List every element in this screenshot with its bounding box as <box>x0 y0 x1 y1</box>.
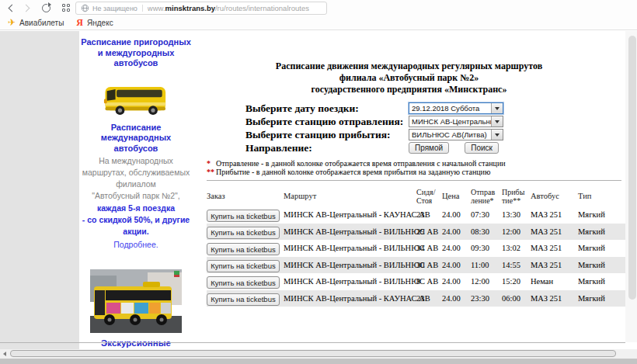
type-cell: Мягкий <box>578 261 609 269</box>
reload-icon <box>42 4 50 12</box>
security-label: Не защищено <box>92 5 137 12</box>
page-content: Расписание пригородных и междугородных а… <box>0 31 637 349</box>
bottom-bar <box>0 359 637 364</box>
arrive-cell: 13:30 <box>502 210 528 219</box>
forward-button[interactable] <box>19 1 33 15</box>
departure-select[interactable]: МИНСК АВ-Центральный <box>409 116 503 127</box>
buy-button[interactable]: Купить на ticketbus <box>207 243 280 255</box>
browser-toolbar: Не защищено www.minsktrans.by/ru/routes/… <box>0 0 637 16</box>
chevron-down-icon <box>491 130 503 140</box>
horizontal-scrollbar-thumb[interactable] <box>10 350 616 357</box>
horizontal-scrollbar[interactable] <box>0 349 637 359</box>
arrival-select[interactable]: ВИЛЬНЮС АВ(Литва) <box>409 129 503 140</box>
depart-cell: 11:00 <box>471 261 500 269</box>
buy-button[interactable]: Купить на ticketbus <box>207 293 280 306</box>
direction-row: Направление: Прямой Поиск <box>245 141 503 154</box>
sidebar: Расписание пригородных и междугородных а… <box>79 31 193 342</box>
price-cell: 24.00 <box>442 294 468 303</box>
url-path: /ru/routes/internationalroutes <box>215 4 309 12</box>
price-cell: 24.00 <box>442 261 468 269</box>
depart-cell: 08:30 <box>471 227 500 236</box>
route-cell: МИНСК АВ-Центральный - ВИЛЬНЮС АВ <box>284 227 414 236</box>
left-margin <box>0 31 79 349</box>
vertical-scrollbar[interactable] <box>625 31 637 342</box>
bus-photo-image <box>90 269 182 333</box>
route-cell: МИНСК АВ-Центральный - КАУНАС АВ <box>284 294 414 303</box>
search-button[interactable]: Поиск <box>465 142 499 154</box>
type-cell: Мягкий <box>578 277 609 286</box>
bus-cell: МАЗ 251 <box>531 294 576 303</box>
table-row: Купить на ticketbus МИНСК АВ-Центральный… <box>207 206 625 224</box>
address-bar[interactable]: Не защищено www.minsktrans.by/ru/routes/… <box>75 2 327 15</box>
main-content: Расписание движения международных регуля… <box>193 31 625 307</box>
type-cell: Мягкий <box>578 294 609 303</box>
date-select-value: 29.12.2018 Суббота <box>409 104 491 113</box>
route-cell: МИНСК АВ-Центральный - ВИЛЬНЮС АВ <box>284 261 414 269</box>
tiles-icon <box>62 4 70 12</box>
table-row: Купить на ticketbus МИНСК АВ-Центральный… <box>207 290 625 307</box>
bus-cell: МАЗ 251 <box>531 244 576 252</box>
forward-icon <box>22 4 30 12</box>
table-row: Купить на ticketbus МИНСК АВ-Центральный… <box>207 224 625 241</box>
direct-button[interactable]: Прямой <box>409 142 449 154</box>
chevron-down-icon <box>491 116 503 127</box>
footnote-departure: *Отправление - в данной колонке отобража… <box>207 159 625 168</box>
sidebar-link-international[interactable]: Расписание международных автобусов <box>79 123 193 154</box>
reload-button[interactable] <box>39 1 53 15</box>
tabs-grid-button[interactable] <box>59 1 73 15</box>
url-prefix: www. <box>148 4 165 12</box>
table-row: Купить на ticketbus МИНСК АВ-Центральный… <box>207 240 625 257</box>
chevron-down-icon <box>491 103 503 113</box>
search-form: Выберите дату поездки: 29.12.2018 Суббот… <box>245 102 503 154</box>
buy-button[interactable]: Купить на ticketbus <box>207 210 280 222</box>
sidebar-link-excursion[interactable]: Экскурсионные автобусы <box>79 338 193 349</box>
arrive-cell: 13:02 <box>502 244 528 252</box>
bus-cell: МАЗ 251 <box>531 227 576 236</box>
yandex-icon: Я <box>76 17 83 29</box>
bookmarks-bar: ✈ Авиабилеты Я Яндекс <box>0 16 637 30</box>
vertical-scrollbar-thumb[interactable] <box>628 36 636 300</box>
col-seats: Сидя/Стоя <box>416 188 440 205</box>
buy-button[interactable]: Купить на ticketbus <box>207 276 280 289</box>
url-text: www.minsktrans.by/ru/routes/internationa… <box>148 4 309 12</box>
sidebar-link-more[interactable]: Подробнее. <box>79 240 193 249</box>
route-cell: МИНСК АВ-Центральный - ВИЛЬНЮС АВ <box>284 244 414 252</box>
type-cell: Мягкий <box>578 210 609 219</box>
date-select[interactable]: 29.12.2018 Суббота <box>409 102 503 114</box>
direction-label: Направление: <box>245 142 312 154</box>
departure-select-value: МИНСК АВ-Центральный <box>409 117 491 126</box>
sidebar-promo: каждая 5-я поездка - со скидкой 50%, и д… <box>79 203 193 237</box>
buy-button[interactable]: Купить на ticketbus <box>207 227 280 239</box>
arrival-row: Выберите станцию прибытия: ВИЛЬНЮС АВ(Ли… <box>245 128 503 141</box>
bookmark-yandex[interactable]: Я Яндекс <box>76 17 113 29</box>
url-domain: minsktrans.by <box>165 4 215 12</box>
col-route: Маршрут <box>284 192 414 200</box>
buy-button[interactable]: Купить на ticketbus <box>207 260 280 272</box>
table-row: Купить на ticketbus МИНСК АВ-Центральный… <box>207 273 625 290</box>
seats-cell: 23 <box>416 210 440 219</box>
bookmark-aviabilety[interactable]: ✈ Авиабилеты <box>8 19 64 27</box>
footnote-arrival: **Прибытие - в данной колонке отображает… <box>207 168 625 176</box>
col-type: Тип <box>578 192 609 200</box>
type-cell: Мягкий <box>578 244 609 252</box>
sidebar-link-suburban[interactable]: Расписание пригородных и междугородных а… <box>79 37 193 69</box>
col-price: Цена <box>442 192 468 200</box>
bus-cell: МАЗ 251 <box>531 261 576 269</box>
seats-cell: 30 <box>416 261 440 269</box>
bus-clipart-image <box>102 78 170 120</box>
schedule-table: Заказ Маршрут Сидя/Стоя Цена Отправление… <box>207 185 625 307</box>
bookmark-label: Яндекс <box>87 19 113 27</box>
browser-window: Не защищено www.minsktrans.by/ru/routes/… <box>0 0 637 364</box>
route-cell: МИНСК АВ-Центральный - КАУНАС АВ <box>284 210 414 219</box>
departure-label: Выберите станцию отправления: <box>245 116 403 128</box>
depart-cell: 07:30 <box>471 210 500 219</box>
scroll-left-arrow[interactable] <box>0 349 9 359</box>
col-arrive: Прибытие** <box>502 188 528 205</box>
back-button[interactable] <box>5 1 19 15</box>
arrive-cell: 06:00 <box>502 294 528 303</box>
back-icon <box>8 4 16 12</box>
arrive-cell: 15:20 <box>502 277 528 286</box>
seats-cell: 8 <box>416 277 440 286</box>
col-bus: Автобус <box>531 192 576 200</box>
page-title: Расписание движения международных регуля… <box>193 61 625 95</box>
